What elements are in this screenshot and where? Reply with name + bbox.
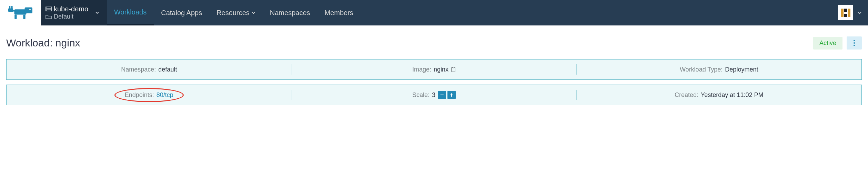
- svg-point-19: [854, 42, 855, 44]
- svg-rect-16: [848, 9, 850, 17]
- chevron-down-icon: [857, 11, 862, 15]
- created-cell: Created: Yesterday at 11:02 PM: [576, 85, 861, 105]
- svg-rect-1: [9, 6, 10, 9]
- svg-point-18: [854, 40, 855, 41]
- rancher-cow-icon: [8, 6, 32, 20]
- nav-catalog-apps-label: Catalog Apps: [161, 9, 202, 17]
- nav-workloads[interactable]: Workloads: [107, 0, 154, 25]
- scale-controls: − +: [438, 91, 456, 99]
- info-panel-1: Namespace: default Image: nginx Workload…: [6, 59, 862, 80]
- avatar-icon: [839, 7, 852, 19]
- svg-rect-0: [8, 8, 13, 12]
- svg-rect-5: [14, 15, 17, 19]
- status-badge: Active: [813, 37, 842, 50]
- svg-point-20: [854, 45, 855, 46]
- image-label: Image:: [412, 66, 431, 73]
- kebab-icon: [854, 40, 855, 46]
- project-name: Default: [54, 13, 73, 20]
- cluster-name: kube-demo: [54, 5, 88, 13]
- workload-type-label: Workload Type:: [680, 66, 723, 73]
- svg-rect-4: [25, 8, 32, 13]
- nav-members[interactable]: Members: [317, 0, 361, 25]
- nav-members-label: Members: [325, 9, 353, 17]
- actions-menu-button[interactable]: [847, 36, 862, 50]
- svg-rect-22: [453, 67, 454, 68]
- page-title-prefix: Workload:: [6, 37, 55, 48]
- endpoints-cell: Endpoints: 80/tcp: [7, 85, 292, 105]
- scale-cell: Scale: 3 − +: [292, 85, 577, 105]
- logo[interactable]: [0, 0, 41, 25]
- svg-point-12: [47, 10, 47, 11]
- namespace-value: default: [158, 66, 177, 73]
- nav-catalog-apps[interactable]: Catalog Apps: [154, 0, 209, 25]
- clipboard-icon[interactable]: [451, 67, 456, 72]
- chevron-down-icon: [252, 11, 255, 15]
- nav-links: Workloads Catalog Apps Resources Namespa…: [107, 0, 361, 25]
- svg-point-11: [47, 8, 47, 8]
- nav-resources-label: Resources: [216, 9, 250, 17]
- svg-point-8: [29, 9, 31, 10]
- scale-value: 3: [432, 91, 435, 99]
- page-header: Workload: nginx Active: [0, 25, 868, 59]
- endpoints-link[interactable]: 80/tcp: [157, 91, 173, 99]
- top-nav: kube-demo Default Workloads Catalog Apps…: [0, 0, 868, 25]
- workload-type-value: Deployment: [725, 66, 758, 73]
- svg-rect-7: [13, 10, 16, 12]
- user-menu[interactable]: [832, 0, 868, 25]
- nav-namespaces[interactable]: Namespaces: [263, 0, 317, 25]
- avatar: [838, 5, 853, 20]
- svg-rect-17: [844, 12, 847, 14]
- scale-label: Scale:: [412, 91, 430, 99]
- scale-increase-button[interactable]: +: [447, 91, 456, 99]
- chevron-down-icon: [95, 11, 99, 15]
- svg-rect-6: [23, 15, 25, 19]
- svg-rect-3: [14, 9, 27, 14]
- nav-namespaces-label: Namespaces: [270, 9, 310, 17]
- svg-rect-14: [841, 9, 844, 17]
- nav-resources[interactable]: Resources: [209, 0, 263, 25]
- created-value: Yesterday at 11:02 PM: [701, 91, 763, 99]
- namespace-label: Namespace:: [121, 66, 156, 73]
- namespace-cell: Namespace: default: [7, 59, 292, 79]
- image-cell: Image: nginx: [292, 59, 577, 79]
- server-icon: [46, 7, 52, 11]
- svg-rect-2: [11, 6, 12, 9]
- image-value: nginx: [434, 66, 448, 73]
- scale-decrease-button[interactable]: −: [438, 91, 446, 99]
- nav-workloads-label: Workloads: [114, 8, 147, 16]
- page-title-name: nginx: [55, 37, 80, 48]
- endpoints-label: Endpoints:: [125, 91, 154, 99]
- folder-icon: [46, 14, 52, 19]
- created-label: Created:: [675, 91, 698, 99]
- info-panel-2: Endpoints: 80/tcp Scale: 3 − + Created: …: [6, 85, 862, 105]
- cluster-selector[interactable]: kube-demo Default: [41, 0, 107, 25]
- workload-type-cell: Workload Type: Deployment: [576, 59, 861, 79]
- page-title: Workload: nginx: [6, 37, 80, 49]
